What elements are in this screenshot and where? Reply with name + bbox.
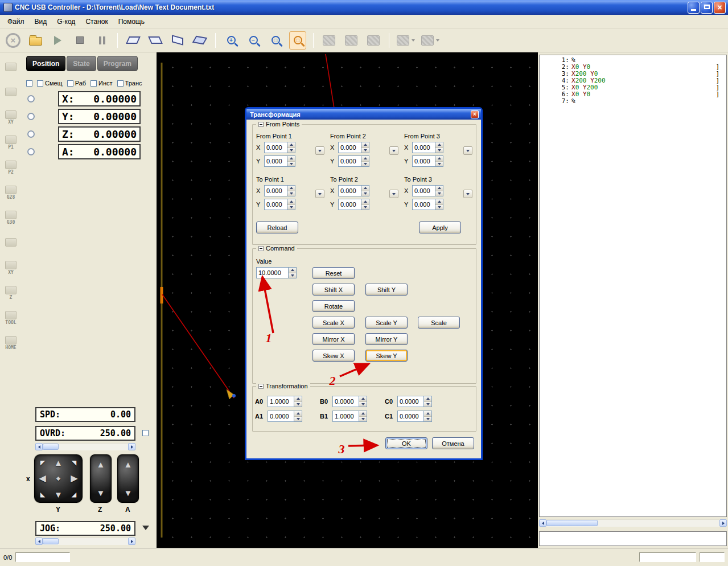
spin-up-button[interactable] (361, 156, 369, 162)
spin-down-button[interactable] (435, 191, 443, 196)
menu-file[interactable]: Файл (2, 15, 30, 28)
apply-button[interactable]: Apply (419, 222, 461, 233)
side-tool-7[interactable] (0, 230, 22, 255)
matrix-c1-spinner[interactable] (397, 411, 432, 422)
start-button[interactable] (49, 31, 66, 50)
tab-position[interactable]: Position (26, 56, 65, 71)
spin-down-button[interactable] (289, 273, 296, 278)
spin-down-button[interactable] (361, 148, 369, 153)
spin-down-button[interactable] (359, 402, 367, 407)
jog-down-right-icon[interactable]: ◢ (72, 491, 76, 498)
matrix-b0-spinner-input[interactable] (332, 396, 359, 407)
spin-down-button[interactable] (287, 191, 295, 196)
spin-up-button[interactable] (359, 396, 367, 402)
maximize-button[interactable] (701, 2, 713, 14)
side-tool-0[interactable] (0, 55, 22, 80)
axis-y-led[interactable] (27, 113, 35, 120)
to-point-2-pick-button[interactable] (389, 190, 398, 198)
jog-a-up-icon[interactable]: ▲ (124, 460, 133, 469)
spin-down-button[interactable] (287, 162, 295, 167)
scale-button[interactable]: Scale (418, 317, 460, 329)
workspace-canvas[interactable]: Трансформация × From Points From Point 1… (157, 52, 538, 548)
scroll-right-arrow[interactable] (719, 519, 727, 527)
jog-pad-a[interactable]: ▲ ▼ (117, 454, 139, 503)
side-tool-9-z[interactable]: Z (0, 280, 22, 305)
jog-up-icon[interactable]: ▲ (54, 458, 63, 467)
gcode-line-7[interactable]: 7: % (540, 98, 726, 105)
zoom-out-button[interactable]: − (245, 31, 262, 50)
from-point-2-y-spinner-input[interactable] (338, 155, 361, 167)
to-point-3-y-spinner[interactable] (412, 199, 443, 210)
stop-button[interactable] (71, 31, 88, 50)
from-point-1-y-spinner-input[interactable] (264, 155, 287, 167)
spin-down-button[interactable] (435, 205, 443, 210)
collapse-icon[interactable] (258, 246, 264, 251)
scroll-left-arrow[interactable] (539, 519, 546, 527)
override-checkbox[interactable] (142, 430, 149, 436)
matrix-c0-spinner[interactable] (397, 396, 432, 407)
jog-z-up-icon[interactable]: ▲ (97, 460, 105, 469)
option-checkbox-3[interactable]: Транс (117, 80, 142, 87)
minimize-button[interactable] (688, 2, 700, 14)
axis-x-led[interactable] (27, 95, 35, 102)
matrix-a0-spinner[interactable] (268, 396, 302, 407)
ok-button[interactable]: OK (385, 437, 427, 449)
abort-button[interactable]: × (5, 31, 22, 50)
to-point-1-x-spinner[interactable] (264, 185, 295, 196)
jog-a-down-icon[interactable]: ▼ (124, 488, 133, 498)
spin-up-button[interactable] (435, 142, 443, 148)
matrix-b1-spinner[interactable] (332, 411, 367, 422)
spin-up-button[interactable] (424, 396, 431, 402)
axis-x-display[interactable]: X: 0.00000 (58, 91, 141, 106)
side-tool-10-tool[interactable]: TOOL (0, 305, 22, 330)
axis-z-display[interactable]: Z: 0.00000 (58, 126, 141, 142)
matrix-a0-spinner-input[interactable] (268, 396, 294, 407)
machine-tool-5-button[interactable] (421, 31, 440, 50)
gcode-list[interactable]: 1: % 2: X0 Y0 ] 3: X200 Y0 ] 4: X200 Y20… (539, 55, 727, 517)
to-point-1-y-spinner[interactable] (264, 199, 295, 210)
mirror-y-button[interactable]: Mirror Y (365, 333, 408, 345)
spin-up-button[interactable] (361, 199, 369, 205)
from-point-2-x-spinner[interactable] (338, 142, 369, 153)
spin-up-button[interactable] (424, 411, 431, 417)
spin-up-button[interactable] (294, 396, 302, 402)
scale-x-button[interactable]: Scale X (312, 317, 355, 329)
mirror-x-button[interactable]: Mirror X (312, 333, 355, 345)
spin-up-button[interactable] (435, 156, 443, 162)
jog-pad-xy[interactable]: ◤ ▲ ◥ ◀ ◆ ▶ ◣ ▼ ◢ (34, 454, 83, 503)
from-point-3-x-spinner[interactable] (412, 142, 443, 153)
jog-down-left-icon[interactable]: ◣ (40, 491, 45, 498)
spin-down-button[interactable] (435, 162, 443, 167)
rotate-button[interactable]: Rotate (312, 300, 355, 312)
scroll-thumb[interactable] (43, 538, 59, 544)
spin-up-button[interactable] (435, 186, 443, 191)
jog-left-icon[interactable]: ◀ (39, 473, 46, 483)
to-point-2-x-spinner[interactable] (338, 185, 369, 196)
spin-up-button[interactable] (435, 199, 443, 205)
side-tool-1[interactable] (0, 80, 22, 105)
spin-up-button[interactable] (287, 199, 295, 205)
spin-up-button[interactable] (359, 411, 367, 417)
spin-up-button[interactable] (287, 186, 295, 191)
menu-help[interactable]: Помощь (113, 15, 150, 28)
scroll-thumb[interactable] (546, 520, 598, 526)
gcode-scrollbar[interactable] (539, 519, 727, 527)
jog-scrollbar[interactable] (35, 538, 135, 545)
matrix-c1-spinner-input[interactable] (397, 411, 423, 422)
shift-x-button[interactable]: Shift X (312, 284, 355, 296)
to-point-3-pick-button[interactable] (463, 190, 472, 198)
from-point-1-x-spinner-input[interactable] (264, 142, 287, 153)
axis-select-checkbox[interactable] (26, 80, 32, 87)
spin-up-button[interactable] (289, 268, 296, 273)
pause-button[interactable] (93, 31, 110, 50)
spin-up-button[interactable] (361, 186, 369, 191)
side-tool-6-g30[interactable]: G30 (0, 205, 22, 230)
spin-down-button[interactable] (287, 148, 295, 153)
axis-y-display[interactable]: Y: 0.00000 (58, 109, 141, 124)
spin-down-button[interactable] (359, 417, 367, 422)
menu-view[interactable]: Вид (30, 15, 52, 28)
close-button[interactable]: × (714, 2, 726, 14)
from-point-3-pick-button[interactable] (463, 146, 472, 155)
machine-tool-2-button[interactable] (343, 31, 360, 50)
matrix-a1-spinner[interactable] (268, 411, 302, 422)
